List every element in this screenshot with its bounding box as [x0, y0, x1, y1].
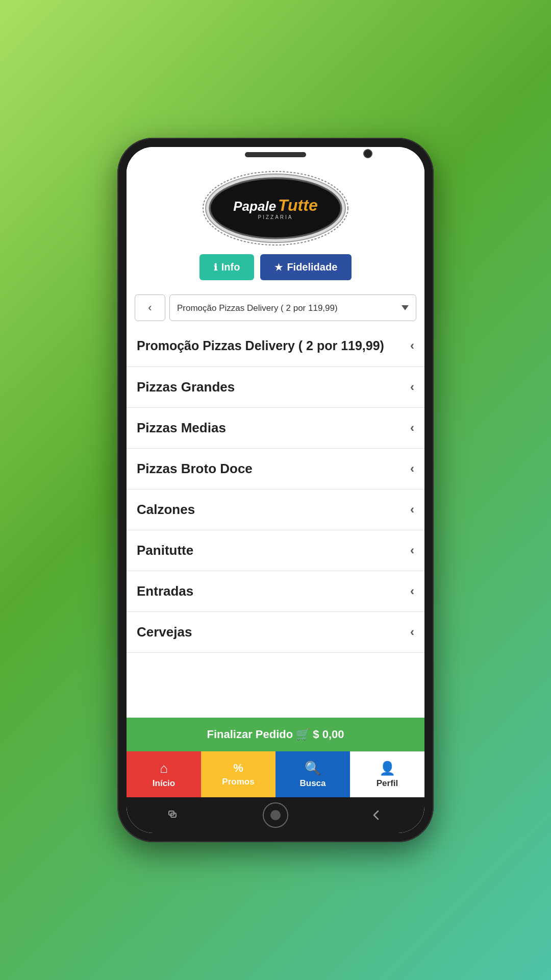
info-button-label: Info	[221, 261, 240, 273]
menu-item[interactable]: Panitutte ‹	[127, 530, 424, 571]
chevron-icon: ‹	[410, 502, 414, 517]
logo-oval: Papale Tutte PIZZARIA	[209, 178, 342, 239]
phone-camera	[363, 149, 372, 158]
logo-inner: Papale Tutte PIZZARIA	[233, 197, 317, 220]
phone-speaker	[245, 152, 306, 157]
dropdown-row: ‹ Promoção Pizzas Delivery ( 2 por 119,9…	[127, 290, 424, 325]
fidelidade-button-label: Fidelidade	[287, 261, 337, 273]
menu-item-label: Calzones	[137, 502, 195, 518]
nav-item-busca[interactable]: 🔍 Busca	[276, 751, 350, 797]
phone-nav-recent[interactable]	[166, 806, 184, 824]
phone-nav-back[interactable]	[367, 806, 385, 824]
phone-screen: Papale Tutte PIZZARIA	[127, 147, 424, 833]
logo-area: Papale Tutte PIZZARIA	[127, 162, 424, 249]
menu-item[interactable]: Entradas ‹	[127, 571, 424, 612]
nav-item-promos[interactable]: % Promos	[201, 751, 276, 797]
app-content: Papale Tutte PIZZARIA	[127, 162, 424, 797]
phone-frame: Papale Tutte PIZZARIA	[117, 138, 434, 842]
menu-item-label: Entradas	[137, 583, 193, 599]
menu-item-label: Pizzas Medias	[137, 420, 226, 436]
menu-item-label: Pizzas Broto Doce	[137, 461, 253, 477]
finalize-order-label: Finalizar Pedido 🛒 $ 0,00	[207, 728, 344, 741]
menu-item-label: Promoção Pizzas Delivery ( 2 por 119,99)	[137, 337, 384, 354]
logo-container: Papale Tutte PIZZARIA	[209, 178, 342, 239]
chevron-icon: ‹	[410, 380, 414, 394]
nav-label-busca: Busca	[299, 778, 325, 789]
nav-label-inicio: Início	[153, 778, 175, 789]
buttons-row: ℹ Info ★ Fidelidade	[127, 249, 424, 290]
chevron-icon: ‹	[410, 338, 414, 353]
chevron-icon: ‹	[410, 461, 414, 476]
phone-nav-home-button[interactable]	[263, 802, 288, 828]
finalize-order-bar[interactable]: Finalizar Pedido 🛒 $ 0,00	[127, 718, 424, 751]
nav-item-inicio[interactable]: ⌂ Início	[127, 751, 201, 797]
back-icon: ‹	[148, 301, 152, 314]
menu-item[interactable]: Promoção Pizzas Delivery ( 2 por 119,99)…	[127, 325, 424, 367]
bottom-nav: ⌂ Início % Promos 🔍 Busca 👤 Perfil	[127, 751, 424, 797]
profile-icon: 👤	[379, 761, 395, 776]
chevron-icon: ‹	[410, 421, 414, 435]
fidelidade-button[interactable]: ★ Fidelidade	[260, 254, 352, 280]
logo-text-pizzaria: PIZZARIA	[233, 214, 317, 220]
menu-item-label: Pizzas Grandes	[137, 379, 235, 395]
category-dropdown[interactable]: Promoção Pizzas Delivery ( 2 por 119,99)…	[169, 295, 416, 321]
nav-item-perfil[interactable]: 👤 Perfil	[350, 751, 424, 797]
home-icon: ⌂	[160, 761, 168, 776]
menu-item-label: Cervejas	[137, 624, 192, 640]
chevron-icon: ‹	[410, 543, 414, 557]
chevron-icon: ‹	[410, 584, 414, 598]
menu-list: Promoção Pizzas Delivery ( 2 por 119,99)…	[127, 325, 424, 718]
nav-label-perfil: Perfil	[377, 778, 398, 789]
phone-hardware-nav	[127, 797, 424, 833]
logo-text-tutte: Tutte	[278, 197, 318, 213]
promos-icon: %	[233, 762, 243, 775]
menu-item[interactable]: Calzones ‹	[127, 489, 424, 530]
nav-label-promos: Promos	[222, 777, 254, 787]
menu-item-label: Panitutte	[137, 543, 193, 558]
info-button[interactable]: ℹ Info	[199, 254, 255, 280]
menu-item[interactable]: Pizzas Medias ‹	[127, 408, 424, 449]
menu-item[interactable]: Pizzas Broto Doce ‹	[127, 449, 424, 489]
logo-text-papale: Papale	[233, 200, 276, 213]
menu-item[interactable]: Cervejas ‹	[127, 612, 424, 653]
menu-item[interactable]: Pizzas Grandes ‹	[127, 367, 424, 408]
search-icon: 🔍	[305, 761, 321, 776]
info-icon: ℹ	[214, 262, 217, 273]
chevron-icon: ‹	[410, 625, 414, 639]
star-icon: ★	[274, 262, 283, 273]
back-button[interactable]: ‹	[135, 295, 165, 321]
